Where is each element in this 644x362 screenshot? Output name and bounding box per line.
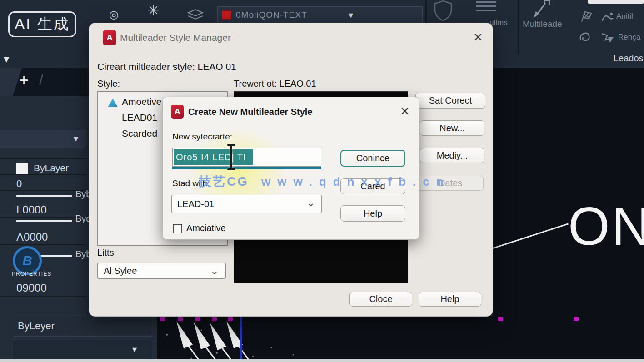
linetype-sample	[16, 195, 72, 197]
selected-text: Oro5 I4 LED| TI	[174, 149, 253, 165]
help-button[interactable]: Help	[340, 205, 405, 222]
leader-line	[493, 223, 569, 249]
dialog-title: Create New Multileader Style	[188, 107, 312, 117]
set-current-button[interactable]: Sat Corect	[415, 93, 485, 109]
dialog-title: Multileader Style Manager	[120, 32, 231, 43]
list-label: Litts	[97, 248, 114, 258]
magenta-marker	[574, 317, 579, 321]
layer-dropdown[interactable]: 0MoliQON-TEXT ▾	[217, 6, 423, 23]
row-separator	[0, 190, 86, 191]
magenta-marker	[178, 317, 183, 321]
leaders-panel-label[interactable]: Leados	[614, 53, 644, 64]
starburst-icon[interactable]: ✳	[147, 2, 160, 19]
magenta-marker	[195, 317, 200, 321]
ai-generated-badge: AI 生成	[8, 11, 76, 37]
start-with-value: LEAD-01	[177, 199, 214, 209]
text-cursor-icon	[226, 144, 236, 170]
multileader-tool-icon[interactable]	[531, 0, 551, 18]
blue-construction-line	[240, 317, 242, 361]
list-filter-value: Al Sylee	[104, 266, 137, 276]
leader-tool-icon[interactable]	[601, 11, 614, 23]
list-filter-dropdown[interactable]: Al Sylee ⌄	[97, 263, 226, 279]
logo-monogram: B	[22, 253, 32, 268]
tab-divider: /	[39, 72, 43, 89]
new-button[interactable]: New...	[420, 120, 484, 136]
properties-selector-dropdown[interactable]: ▾	[0, 130, 86, 148]
new-style-name-input[interactable]: Oro5 I4 LED| TI	[172, 148, 321, 167]
color-swatch[interactable]	[16, 163, 28, 174]
file-tab[interactable]	[0, 68, 22, 96]
help-button[interactable]: Help	[419, 292, 481, 307]
styles-label: Style:	[97, 79, 120, 89]
frame-bottom-strip	[0, 359, 644, 362]
annotative-checkbox[interactable]	[173, 224, 182, 233]
multileader-tool-label[interactable]: Multileade	[523, 19, 562, 29]
continue-button[interactable]: Conince	[340, 150, 405, 167]
leader-arrows	[157, 316, 644, 362]
magenta-marker	[160, 317, 165, 321]
top-right-field-fragment	[588, 0, 644, 4]
modify-button[interactable]: Mediy...	[420, 148, 484, 163]
bylayer-value: ByLeyer	[18, 320, 55, 332]
linetype-scale-value[interactable]: L0000	[16, 203, 47, 216]
magenta-marker	[212, 317, 217, 321]
watermark-brand: 技艺CG	[199, 173, 249, 190]
lines-icon[interactable]	[476, 1, 496, 14]
start-with-dropdown[interactable]: LEAD-01 ⌄	[171, 195, 322, 213]
annotative-icon	[107, 98, 118, 108]
new-style-name-label: New sytecrarte:	[172, 132, 232, 142]
ribbon-separator	[425, 0, 427, 24]
layer-color-swatch	[222, 10, 231, 20]
chevron-down-icon[interactable]: ▾	[74, 133, 78, 144]
watermark-url: www.qdnxxfb.cn	[261, 175, 450, 189]
close-button[interactable]: Cloce	[349, 292, 412, 307]
remove-leader-label[interactable]: Rença	[618, 33, 640, 42]
drawing-canvas[interactable]	[157, 316, 644, 362]
chevron-down-icon[interactable]: ▾	[349, 10, 353, 20]
properties-caption: PROPERTIES	[12, 271, 51, 277]
bottom-dropdown[interactable]: ▾	[13, 340, 152, 360]
layer-name: 0MoliQON-TEXT	[236, 10, 307, 20]
autocad-screen: ◎ ✳ 0MoliQON-TEXT ▾ ullms Multileade Ani…	[0, 0, 644, 362]
magenta-marker	[498, 317, 503, 321]
row-separator	[0, 217, 86, 218]
layer-value[interactable]: 0	[16, 178, 22, 190]
layers-stack-icon[interactable]	[186, 7, 205, 22]
new-tab-button[interactable]: +	[19, 71, 29, 90]
row-separator	[0, 158, 86, 159]
close-icon[interactable]: ✕	[400, 105, 410, 117]
remove-leader-icon[interactable]	[600, 31, 614, 45]
chevron-down-icon[interactable]: ▾	[132, 344, 137, 355]
row-separator	[0, 296, 86, 297]
color-value[interactable]: ByLayer	[34, 163, 69, 174]
transparency-sample	[41, 255, 72, 257]
thickness-value[interactable]: 09000	[16, 282, 47, 294]
leader-annotation-text: ON	[568, 195, 644, 257]
annotative-label: Amciative	[186, 223, 226, 233]
chevron-down-icon[interactable]: ⌄	[307, 197, 315, 209]
chevron-down-icon[interactable]: ▾	[4, 53, 9, 65]
style-list-item[interactable]: Amoetive	[122, 96, 162, 107]
lasso-tool-icon[interactable]	[579, 30, 594, 44]
bylayer-row[interactable]: ByLeyer	[13, 316, 152, 337]
create-new-style-dialog: A Create New Multileader Style ✕ New syt…	[162, 97, 419, 240]
style-list-item[interactable]: LEAD01	[122, 112, 157, 123]
row-separator	[0, 174, 86, 175]
preview-label: Trewert ot: LEAO.01	[234, 79, 316, 89]
lineweight-value[interactable]: A0000	[16, 231, 48, 243]
ribbon-separator	[518, 0, 519, 54]
magenta-marker	[228, 317, 233, 321]
autocad-logo-icon: A	[171, 105, 184, 119]
current-style-text: Cireart miltleader style: LEAO 01	[97, 61, 236, 72]
shield-icon[interactable]	[433, 0, 454, 21]
chevron-down-icon[interactable]: ⌄	[210, 265, 219, 277]
add-leader-label[interactable]: Anitil	[616, 12, 633, 21]
style-list-item[interactable]: Scarded	[122, 128, 157, 139]
center-snap-icon[interactable]: ◎	[109, 8, 119, 21]
row-separator	[0, 244, 86, 245]
input-focus-underline	[172, 167, 321, 169]
close-icon[interactable]: ✕	[473, 31, 483, 43]
add-leader-icon[interactable]	[580, 10, 594, 23]
autocad-logo-icon: A	[103, 30, 116, 45]
lineweight-sample	[16, 220, 72, 222]
